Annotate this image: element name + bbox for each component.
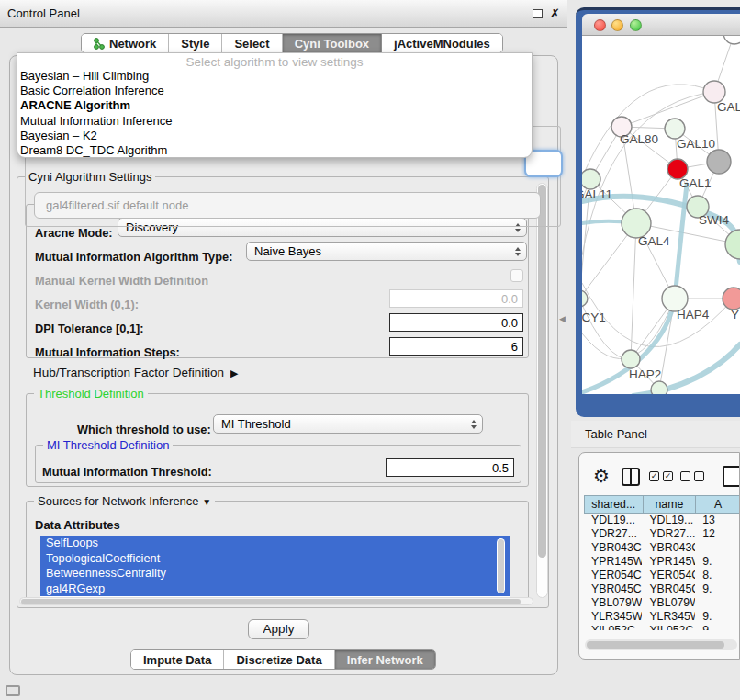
tab-jactivemnodules[interactable]: jActiveMNodules (382, 34, 502, 52)
table-settings-gear-icon[interactable]: ⚙ (593, 465, 610, 487)
algorithm-option[interactable]: Bayesian – Hill Climbing (17, 69, 532, 84)
table-cell: 12 (695, 527, 740, 541)
network-node[interactable] (707, 150, 731, 174)
network-edge[interactable] (582, 299, 631, 359)
float-window-icon[interactable] (533, 9, 543, 18)
table-row[interactable]: YPR145WYPR145W9. (584, 555, 740, 569)
kernel-width-field[interactable] (389, 289, 523, 308)
attribute-list-scrollbar-thumb[interactable] (498, 539, 504, 593)
network-node-gal11[interactable] (582, 169, 600, 189)
algorithm-dropdown-popup: Select algorithm to view settings Bayesi… (17, 52, 533, 158)
dpi-tolerance-label: DPI Tolerance [0,1]: (35, 322, 144, 335)
app-root: Control Panel ✗ NetworkStyleSelectCyni T… (0, 0, 740, 700)
network-edge-highlighted[interactable] (582, 197, 740, 262)
select-all-icon[interactable]: ✓✓ (649, 471, 673, 481)
network-node-gcy1[interactable] (582, 290, 588, 307)
algorithm-option[interactable]: Mutual Information Inference (17, 114, 532, 129)
table-header-row: shared...nameA (584, 495, 740, 514)
table-row[interactable]: YBR045CYBR045C9. (584, 582, 740, 596)
network-edge[interactable] (582, 85, 714, 177)
table-horizontal-scrollbar-thumb[interactable] (587, 641, 724, 649)
collapsed-panel-chip[interactable] (6, 685, 20, 696)
table-row[interactable]: YDR27...YDR27...12 (584, 527, 740, 541)
sources-title[interactable]: Sources for Network Inference ▼ (34, 494, 215, 508)
table-row[interactable]: YER054CYER054C8. (584, 569, 740, 582)
tab-style[interactable]: Style (169, 34, 222, 52)
table-cell: YIL052C (584, 624, 642, 630)
zoom-traffic-light-icon[interactable] (630, 19, 642, 31)
deselect-all-icon[interactable] (680, 471, 704, 481)
tab-network[interactable]: Network (82, 34, 169, 52)
apply-button[interactable]: Apply (248, 619, 309, 639)
algorithm-option[interactable]: Dream8 DC_TDC Algorithm (17, 143, 532, 158)
table-row[interactable]: YBL079WYBL079W (584, 596, 740, 610)
data-attributes-list[interactable]: SelfLoopsTopologicalCoefficientBetweenne… (40, 536, 510, 597)
table-cell: YLR345W (642, 610, 695, 624)
tab-label: Discretize Data (236, 653, 321, 667)
network-selector-box[interactable]: gal4filtered.sif default node (34, 192, 541, 219)
network-node[interactable] (725, 230, 740, 259)
network-edge[interactable] (631, 223, 636, 359)
tab-label: Network (109, 37, 156, 51)
network-node[interactable] (651, 381, 667, 394)
tab-infer-network[interactable]: Infer Network (335, 650, 435, 669)
network-node-hap2[interactable] (622, 350, 640, 368)
collapsed-arrow-icon: ▶ (228, 367, 239, 378)
table-cell: YBR045C (584, 582, 642, 596)
column-view-icon[interactable] (622, 468, 640, 486)
tab-impute-data[interactable]: Impute Data (131, 650, 224, 669)
table-column-header[interactable]: A (695, 495, 740, 514)
dpi-tolerance-field[interactable] (389, 313, 523, 332)
table-column-header[interactable]: shared... (584, 495, 643, 514)
network-selector-value: gal4filtered.sif default node (46, 198, 188, 212)
network-node-gal10[interactable] (665, 119, 685, 139)
settings-horizontal-scrollbar-thumb[interactable] (21, 599, 521, 605)
tab-label: Impute Data (143, 653, 211, 667)
data-attribute-item[interactable]: BetweennessCentrality (40, 566, 510, 581)
network-graph: GALGAL80GAL10GAL1GAL11SWI4GAL4GCY1HAP4YH… (582, 36, 740, 394)
data-attribute-item[interactable]: TopologicalCoefficient (40, 551, 510, 567)
close-window-icon[interactable]: ✗ (550, 9, 560, 18)
table-cell: YDL19... (642, 514, 695, 527)
tab-label: Infer Network (347, 653, 423, 667)
manual-kernel-checkbox[interactable] (510, 269, 523, 282)
threshold-definition-title: Threshold Definition (34, 387, 148, 401)
mi-steps-field[interactable] (389, 337, 523, 356)
tab-cyni-toolbox[interactable]: Cyni Toolbox (283, 34, 382, 52)
settings-vertical-scrollbar-thumb[interactable] (538, 185, 546, 558)
tab-select[interactable]: Select (222, 34, 282, 52)
minimize-traffic-light-icon[interactable] (611, 19, 623, 31)
table-row[interactable]: YBR043CYBR043C (584, 541, 740, 555)
network-node-label: GAL4 (638, 234, 670, 248)
new-column-icon[interactable] (723, 466, 740, 487)
which-threshold-combo[interactable]: MI Threshold (213, 414, 483, 434)
table-cell (695, 596, 740, 610)
data-attribute-item[interactable]: gal4RGexp (40, 581, 510, 597)
table-cell: 9. (695, 582, 740, 596)
network-node[interactable] (723, 36, 740, 44)
network-node-y[interactable] (723, 288, 740, 310)
hub-definition-toggle[interactable]: Hub/Transcription Factor Definition ▶ (33, 366, 238, 379)
algorithm-option[interactable]: Bayesian – K2 (17, 129, 532, 143)
table-row[interactable]: YLR345WYLR345W9. (584, 610, 740, 624)
table-cell: YER054C (584, 569, 642, 582)
mi-threshold-title: MI Threshold Definition (43, 438, 173, 452)
network-node-label: Y (731, 308, 739, 322)
table-row[interactable]: YIL052CYIL052C9 (584, 624, 740, 630)
table-cell: YDR27... (642, 527, 695, 541)
tab-discretize-data[interactable]: Discretize Data (224, 650, 334, 669)
table-column-header[interactable]: name (643, 495, 696, 514)
mi-type-combo[interactable]: Naive Bayes (246, 242, 527, 261)
table-cell: YLR345W (584, 610, 642, 624)
table-row[interactable]: YDL19...YDL19...13 (584, 514, 740, 527)
splitpane-collapse-icon[interactable]: ◀ (559, 314, 566, 323)
network-view-window[interactable]: GALGAL80GAL10GAL1GAL11SWI4GAL4GCY1HAP4YH… (576, 7, 740, 417)
table-cell: YDR27... (584, 527, 642, 541)
network-canvas[interactable]: GALGAL80GAL10GAL1GAL11SWI4GAL4GCY1HAP4YH… (582, 36, 740, 394)
table-cell: YBR045C (642, 582, 695, 596)
mi-threshold-field[interactable] (386, 458, 514, 477)
close-traffic-light-icon[interactable] (594, 19, 606, 31)
algorithm-option[interactable]: Basic Correlation Inference (17, 84, 532, 98)
algorithm-option[interactable]: ARACNE Algorithm (17, 98, 532, 113)
data-attribute-item[interactable]: SelfLoops (40, 536, 510, 551)
